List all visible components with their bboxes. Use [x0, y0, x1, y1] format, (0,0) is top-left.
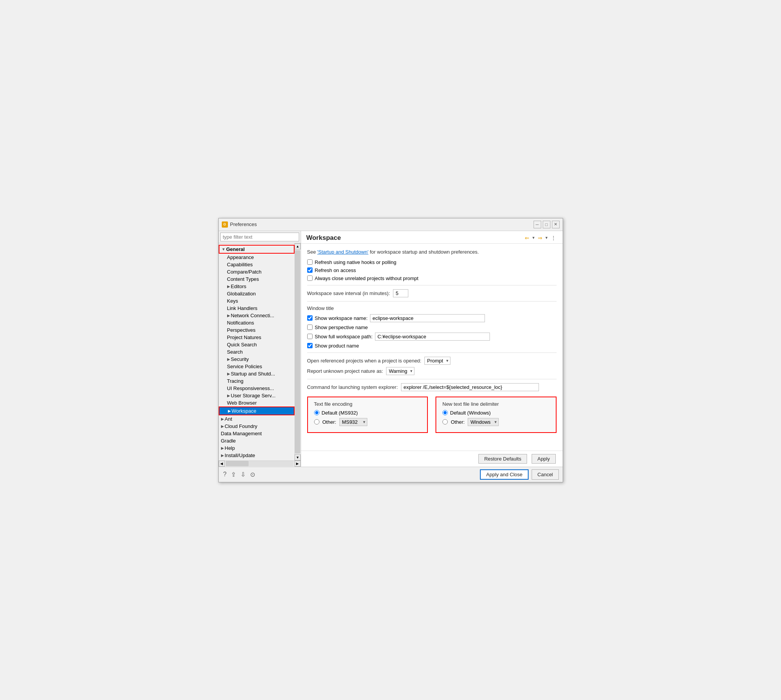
text-encoding-title: Text file encoding	[314, 401, 421, 407]
sidebar-item-keys[interactable]: Keys	[219, 297, 295, 305]
horiz-scroll-thumb[interactable]	[226, 461, 248, 466]
scroll-thumb[interactable]	[295, 250, 300, 453]
window-title: Preferences	[230, 222, 257, 227]
cancel-button[interactable]: Cancel	[532, 469, 558, 480]
sidebar-item-project-natures[interactable]: Project Natures	[219, 334, 295, 341]
sidebar-item-capabilities-label: Capabilities	[227, 262, 253, 267]
sidebar-item-quick-search-label: Quick Search	[227, 342, 257, 348]
sidebar-item-ui-responsiveness[interactable]: UI Responsiveness...	[219, 385, 295, 392]
delimiter-default-radio[interactable]	[442, 410, 448, 415]
sidebar-item-globalization[interactable]: Globalization	[219, 290, 295, 297]
right-header: Workspace ⇐ ▾ ⇒ ▾ ⋮	[301, 231, 563, 244]
startup-description: See 'Startup and Shutdown' for workspace…	[307, 249, 556, 255]
sidebar-item-editors[interactable]: ▶ Editors	[219, 283, 295, 290]
startup-link[interactable]: 'Startup and Shutdown'	[317, 249, 368, 255]
sidebar-item-link-handlers-label: Link Handlers	[227, 305, 258, 311]
help-button[interactable]: ?	[223, 470, 228, 478]
sidebar-item-search[interactable]: Search	[219, 348, 295, 355]
sidebar-item-web-browser[interactable]: Web Browser	[219, 399, 295, 407]
report-unknown-select[interactable]: Warning Error Ignore	[386, 367, 415, 375]
import-button[interactable]: ⇩	[240, 470, 246, 479]
workspace-name-input[interactable]	[370, 314, 485, 322]
always-close-checkbox[interactable]	[307, 275, 313, 281]
refresh-native-checkbox[interactable]	[307, 259, 313, 265]
report-unknown-row: Report unknown project nature as: Warnin…	[307, 367, 556, 375]
sidebar-item-content-types[interactable]: Content Types	[219, 275, 295, 283]
sidebar-item-tracing[interactable]: Tracing	[219, 377, 295, 385]
save-interval-input[interactable]	[393, 289, 408, 297]
forward-button[interactable]: ⇒	[537, 234, 543, 242]
encoding-default-radio[interactable]	[314, 410, 320, 415]
sidebar-item-data-management-label: Data Management	[221, 431, 262, 437]
show-product-name-checkbox[interactable]	[307, 343, 313, 348]
open-ref-projects-select[interactable]: Prompt Always Never Close	[425, 357, 450, 365]
divider-4	[307, 379, 556, 379]
sidebar-item-ant[interactable]: ▶ Ant	[219, 415, 295, 423]
show-perspective-label: Show perspective name	[315, 325, 368, 330]
refresh-access-checkbox[interactable]	[307, 267, 313, 273]
full-path-input[interactable]	[375, 333, 490, 341]
show-workspace-name-checkbox[interactable]	[307, 315, 313, 321]
apply-close-button[interactable]: Apply and Close	[480, 469, 529, 480]
export-button[interactable]: ⇪	[230, 470, 237, 479]
horiz-scroll-track	[226, 461, 294, 466]
encoding-other-select[interactable]: MS932 UTF-8 UTF-16	[340, 418, 367, 426]
sidebar-item-help-label: Help	[225, 445, 235, 451]
minimize-button[interactable]: ─	[534, 221, 541, 228]
scroll-up-button[interactable]: ▲	[295, 243, 301, 250]
sidebar-item-gradle[interactable]: Gradle	[219, 437, 295, 445]
sidebar-item-link-handlers[interactable]: Link Handlers	[219, 305, 295, 312]
sidebar-item-service-policies[interactable]: Service Policies	[219, 363, 295, 370]
sidebar-item-data-management[interactable]: Data Management	[219, 430, 295, 437]
sidebar-item-ui-responsiveness-label: UI Responsiveness...	[227, 385, 274, 391]
encoding-other-radio[interactable]	[314, 419, 320, 425]
command-input[interactable]	[401, 383, 539, 391]
delimiter-other-select-wrap: Windows Unix Mac	[468, 418, 499, 426]
apply-button[interactable]: Apply	[532, 454, 556, 463]
sidebar-item-workspace-label: Workspace	[232, 408, 256, 414]
show-perspective-checkbox[interactable]	[307, 325, 313, 330]
delimiter-other-radio[interactable]	[442, 419, 448, 425]
open-ref-projects-label: Open referenced projects when a project …	[307, 358, 421, 363]
delimiter-other-select[interactable]: Windows Unix Mac	[468, 418, 499, 426]
sidebar-item-notifications[interactable]: Notifications	[219, 319, 295, 327]
sidebar-item-workspace[interactable]: ▶ Workspace	[219, 407, 295, 415]
show-full-path-checkbox[interactable]	[307, 334, 313, 339]
sidebar-item-general[interactable]: ▼ General	[219, 245, 295, 253]
refresh-access-label: Refresh on access	[315, 267, 356, 273]
sidebar-item-security[interactable]: ▶ Security	[219, 355, 295, 363]
maximize-button[interactable]: □	[543, 221, 550, 228]
scroll-right-button[interactable]: ▶	[295, 460, 301, 467]
sidebar: ▼ General Appearance Capabilities Compar…	[219, 231, 301, 467]
show-product-name-label: Show product name	[315, 343, 359, 349]
filter-input[interactable]	[220, 233, 299, 242]
sidebar-item-perspectives[interactable]: Perspectives	[219, 327, 295, 334]
sidebar-item-help[interactable]: ▶ Help	[219, 445, 295, 452]
sidebar-item-perspectives-label: Perspectives	[227, 327, 255, 333]
close-button[interactable]: ✕	[552, 221, 560, 228]
expand-arrow-editors: ▶	[227, 284, 230, 288]
scroll-down-button[interactable]: ▼	[295, 454, 301, 460]
back-dropdown-button[interactable]: ▾	[531, 234, 536, 242]
back-button[interactable]: ⇐	[524, 234, 531, 242]
sidebar-item-network-connections[interactable]: ▶ Network Connecti...	[219, 312, 295, 319]
more-options-button[interactable]: ⋮	[550, 234, 557, 242]
text-encoding-box: Text file encoding Default (MS932) Other…	[307, 397, 428, 433]
sidebar-item-cloud-foundry[interactable]: ▶ Cloud Foundry	[219, 423, 295, 430]
sidebar-item-appearance[interactable]: Appearance	[219, 253, 295, 261]
sidebar-item-capabilities[interactable]: Capabilities	[219, 261, 295, 268]
sidebar-item-compare-patch[interactable]: Compare/Patch	[219, 268, 295, 275]
restore-defaults-button[interactable]: Restore Defaults	[478, 454, 527, 463]
expand-arrow-startup: ▶	[227, 372, 230, 376]
scroll-left-button[interactable]: ◀	[219, 460, 225, 467]
sidebar-item-quick-search[interactable]: Quick Search	[219, 341, 295, 348]
expand-arrow-security: ▶	[227, 357, 230, 361]
forward-dropdown-button[interactable]: ▾	[544, 234, 549, 242]
divider-1	[307, 285, 556, 285]
encoding-panels: Text file encoding Default (MS932) Other…	[307, 397, 556, 433]
info-button[interactable]: ⊙	[249, 470, 256, 479]
sidebar-item-startup-shutdown[interactable]: ▶ Startup and Shutd...	[219, 370, 295, 377]
sidebar-item-user-storage[interactable]: ▶ User Storage Serv...	[219, 392, 295, 399]
sidebar-item-install-update[interactable]: ▶ Install/Update	[219, 452, 295, 459]
sidebar-item-user-storage-label: User Storage Serv...	[231, 393, 276, 398]
